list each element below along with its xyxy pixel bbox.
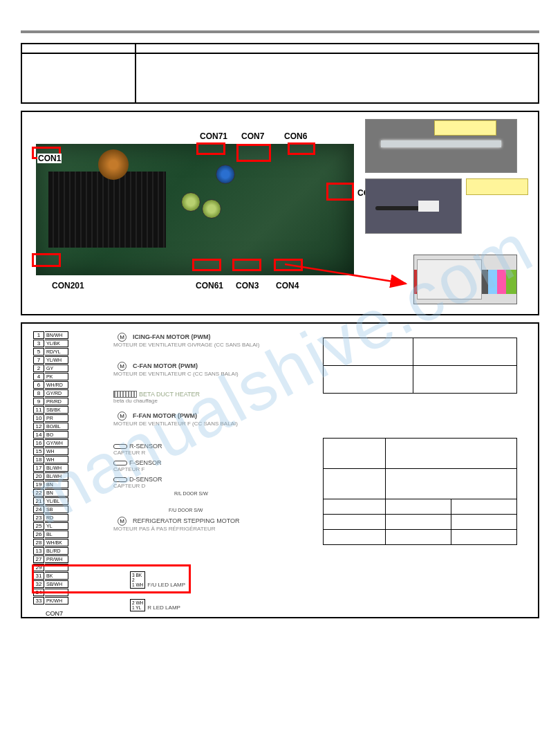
- pin-wire-color: GY: [45, 365, 68, 372]
- pin-row: 13BL/RD: [33, 546, 68, 555]
- pin-number: 2: [33, 365, 44, 372]
- pin-number: 5: [33, 348, 44, 356]
- pin-wire-color: PK/WH: [45, 597, 68, 605]
- pin-wire-color: SB: [45, 506, 68, 513]
- connector-con3: [232, 259, 261, 271]
- label-con61: CON61: [195, 281, 224, 290]
- desc-f-sensor: F-SENSOR CAPTEUR F: [113, 458, 162, 472]
- pin-row: 24SB: [33, 505, 68, 513]
- pin-row: 12BO/BL: [33, 422, 68, 430]
- pin-number: 28: [33, 539, 44, 546]
- pin-number: 15: [33, 448, 44, 455]
- pin-row: 8GY/RD: [33, 389, 68, 397]
- label-con7-bottom: CON7: [46, 610, 63, 617]
- pin-wire-color: BL/RD: [45, 547, 68, 555]
- desc-fu-door: F/U DOOR S/W: [169, 505, 203, 513]
- cable-plug: [418, 201, 439, 212]
- pin-wire-color: BN: [45, 489, 68, 497]
- pin-row: 20BL/WH: [33, 472, 68, 480]
- d-sensor-label: D-SENSOR: [129, 476, 162, 483]
- top-table-r2c1: [21, 53, 136, 103]
- heater-icon: [113, 391, 137, 398]
- pin-row: 19BN: [33, 480, 68, 488]
- capacitor-blue: [216, 165, 235, 184]
- pin-wire-color: GY/RD: [45, 389, 68, 397]
- connector-wires-closeup: [413, 255, 517, 304]
- motor-icon: M: [118, 362, 127, 371]
- pcb-board-image: [36, 144, 354, 275]
- connector-con201: [32, 253, 61, 267]
- desc-d-sensor: D-SENSOR CAPTEUR D: [113, 474, 162, 489]
- pin-row: 22BN: [33, 488, 68, 497]
- pin-row: 23RD: [33, 513, 68, 522]
- pin-row: 21YL/BL: [33, 497, 68, 505]
- step-motor-label: REFRIGERATOR STEPPING MOTOR: [133, 517, 240, 524]
- label-con6: CON6: [283, 131, 308, 141]
- d-sensor-sub: CAPTEUR D: [113, 483, 162, 489]
- pin-row: 26BL: [33, 530, 68, 538]
- beta-heater-label: BETA DUCT HEATER: [139, 391, 200, 398]
- pin-row: 25YL: [33, 522, 68, 530]
- connector-con7: [236, 144, 271, 162]
- pin-number: 4: [33, 373, 44, 380]
- pin-row: 14BO: [33, 430, 68, 439]
- pin-row: 18WH: [33, 455, 68, 463]
- pin-number: 21: [33, 497, 44, 505]
- pin-row: 2GY: [33, 364, 68, 372]
- desc-beta-heater: BETA DUCT HEATER beta du chauffage: [113, 389, 200, 404]
- connector-con61: [192, 259, 221, 271]
- pin-row: 28WH/BK: [33, 538, 68, 546]
- desc-r-sensor: R-SENSOR CAPTEUR R: [113, 441, 162, 456]
- pin-wire-color: PK: [45, 373, 68, 380]
- pin-row: 27PR/WH: [33, 555, 68, 563]
- desc-c-fan: M C-FAN MOTOR (PWM) MOTEUR DE VENTILATEU…: [113, 361, 239, 377]
- c-fan-sub: MOTEUR DE VENTILATEUR C (CC SANS BALAI): [113, 371, 239, 377]
- side-table-1: [323, 338, 517, 394]
- pin-number: 3: [33, 340, 44, 347]
- connector-con6: [288, 142, 315, 155]
- pin-number: 6: [33, 381, 44, 389]
- f-fan-sub: MOTEUR DE VENTILATEUR F (CC SANS BALAI): [113, 421, 238, 427]
- pin-number: 26: [33, 531, 44, 538]
- pin-number: 18: [33, 456, 44, 463]
- icing-fan-label: ICING-FAN MOTOR (PWM): [133, 333, 210, 340]
- side-table-2: [323, 438, 517, 545]
- label-con1: CON1: [37, 154, 62, 163]
- pin-row: 17BL/WH: [33, 463, 68, 472]
- inset-photo-cable: [365, 178, 462, 234]
- motor-icon: M: [118, 412, 127, 421]
- pin-number: 14: [33, 431, 44, 439]
- pin-number: 19: [33, 481, 44, 488]
- pin-number: 23: [33, 514, 44, 522]
- sticky-note-1: [434, 120, 496, 136]
- pin-row: 5RD/YL: [33, 347, 68, 356]
- beta-heater-sub: beta du chauffage: [113, 398, 200, 404]
- sticky-note-2: [466, 178, 528, 195]
- pin-number: 11: [33, 406, 44, 414]
- sensor-icon: [113, 444, 127, 449]
- pin-number: 9: [33, 398, 44, 405]
- r-sensor-label: R-SENSOR: [129, 443, 162, 450]
- pin-wire-color: YL: [45, 522, 68, 530]
- pin-wire-color: PR/WH: [45, 555, 68, 563]
- icing-fan-sub: MOTEUR DE VENTILATEUR GIVRAGE (CC SANS B…: [113, 342, 259, 348]
- header-divider: [21, 30, 539, 33]
- pin-number: 17: [33, 464, 44, 472]
- pin-wire-color: BO/BL: [45, 423, 68, 430]
- top-table-r1c1: [21, 44, 136, 53]
- sensor-icon: [113, 477, 127, 482]
- pin-wire-color: WH/RD: [45, 381, 68, 389]
- motor-icon: M: [118, 517, 127, 526]
- top-table-r1c2: [136, 44, 539, 53]
- pin-wire-color: PR: [45, 414, 68, 422]
- desc-r-led: 2 WH1 YL R LED LAMP: [130, 599, 180, 611]
- pin-number: 10: [33, 414, 44, 422]
- pin-wire-color: YL/BL: [45, 497, 68, 505]
- connector-con5: [326, 183, 354, 201]
- label-con201: CON201: [51, 281, 85, 290]
- pin-wire-color: RD/YL: [45, 348, 68, 356]
- f-sensor-sub: CAPTEUR F: [113, 466, 162, 472]
- pin-number: 33: [33, 597, 44, 605]
- pin-row: 7YL/WH: [33, 356, 68, 364]
- pin-row: 1BN/WH: [33, 331, 68, 339]
